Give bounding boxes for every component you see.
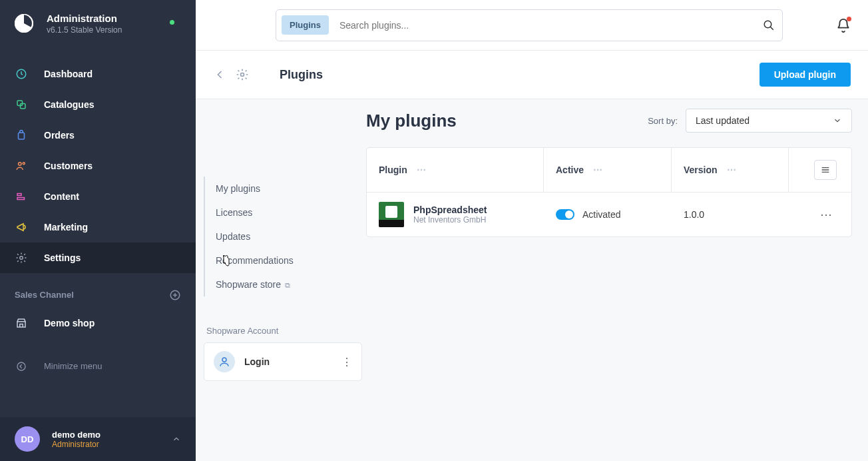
subnav-store-label: Shopware store <box>216 279 281 290</box>
th-active[interactable]: Active⋯ <box>544 148 672 192</box>
upload-plugin-button[interactable]: Upload plugin <box>760 63 851 87</box>
user-menu[interactable]: DD demo demo Administrator <box>0 417 196 461</box>
nav-catalogues[interactable]: Catalogues <box>0 89 196 120</box>
subnav-my-plugins[interactable]: My plugins <box>213 177 366 201</box>
nav-label: Content <box>44 191 79 202</box>
nav-label: Customers <box>44 161 93 171</box>
notification-badge <box>847 17 851 21</box>
customers-icon <box>15 159 28 173</box>
section-title: My plugins <box>366 111 457 131</box>
column-menu-icon[interactable]: ⋯ <box>727 165 736 175</box>
sales-channel-header: Sales Channel <box>0 273 196 308</box>
section-header: My plugins Sort by: Last updated <box>366 109 852 133</box>
sidebar: Administration v6.1.5 Stable Version Das… <box>0 0 196 461</box>
dashboard-icon <box>15 67 28 81</box>
nav-marketing[interactable]: Marketing <box>0 212 196 242</box>
account-section-label: Shopware Account <box>206 326 366 336</box>
brand-version: v6.1.5 Stable Version <box>47 25 122 35</box>
th-label: Version <box>684 165 718 175</box>
subnav-store[interactable]: Shopware store⧉ <box>213 272 366 296</box>
svg-point-6 <box>19 162 22 165</box>
plugin-vendor: Net Inventors GmbH <box>413 215 487 225</box>
catalogues-icon <box>15 98 28 111</box>
svg-rect-5 <box>19 133 25 139</box>
settings-icon <box>15 251 28 264</box>
table-header: Plugin⋯ Active⋯ Version⋯ <box>367 148 851 193</box>
nav-customers[interactable]: Customers <box>0 151 196 181</box>
nav-dashboard[interactable]: Dashboard <box>0 59 196 89</box>
chevron-down-icon <box>833 116 842 125</box>
login-label: Login <box>244 356 270 367</box>
row-actions-button[interactable]: ⋯ <box>820 207 833 222</box>
brand-title: Administration <box>47 12 122 25</box>
td-actions: ⋯ <box>789 198 851 231</box>
add-sales-channel-icon[interactable] <box>169 289 181 301</box>
active-toggle[interactable] <box>556 209 574 220</box>
search-icon[interactable] <box>756 19 782 31</box>
user-name: demo demo <box>52 430 101 440</box>
content-area: My plugins Licenses Updates Recommendati… <box>196 99 868 461</box>
active-status: Activated <box>582 209 621 220</box>
page-title: Plugins <box>280 68 323 82</box>
nav-label: Orders <box>44 130 75 141</box>
th-plugin[interactable]: Plugin⋯ <box>367 148 544 192</box>
td-plugin: NET/INVENTORS PhpSpreadsheet Net Invento… <box>367 193 544 236</box>
topbar: Plugins <box>196 0 868 51</box>
column-menu-icon[interactable]: ⋯ <box>593 165 602 175</box>
minimize-icon <box>15 360 28 373</box>
sales-channel-item[interactable]: Demo shop <box>0 308 196 338</box>
logo-icon <box>15 14 33 33</box>
sidebar-header: Administration v6.1.5 Stable Version <box>0 0 196 47</box>
content-column: My plugins Sort by: Last updated Plugin⋯… <box>366 99 868 461</box>
gear-icon[interactable] <box>236 68 249 81</box>
search-input[interactable] <box>334 20 756 31</box>
nav-label: Dashboard <box>44 69 93 79</box>
nav-label: Marketing <box>44 222 88 232</box>
th-version[interactable]: Version⋯ <box>672 148 789 192</box>
nav-list: Dashboard Catalogues Orders Customers Co… <box>0 59 196 273</box>
thumb-label: NET/INVENTORS <box>379 220 404 227</box>
nav-label: Settings <box>44 252 81 263</box>
avatar: DD <box>15 426 40 452</box>
th-label: Plugin <box>379 165 407 175</box>
nav-content[interactable]: Content <box>0 181 196 212</box>
td-active: Activated <box>544 200 672 229</box>
search-scope-tag[interactable]: Plugins <box>282 15 329 35</box>
marketing-icon <box>15 221 28 234</box>
shop-icon <box>15 316 28 330</box>
th-actions <box>789 148 851 192</box>
sort-label: Sort by: <box>648 116 678 126</box>
plugin-thumbnail: NET/INVENTORS <box>379 202 404 227</box>
nav-settings[interactable]: Settings <box>0 242 196 273</box>
nav-orders[interactable]: Orders <box>0 120 196 151</box>
sales-channel-label: Sales Channel <box>15 290 74 300</box>
search-bar[interactable]: Plugins <box>276 9 783 41</box>
table-row[interactable]: NET/INVENTORS PhpSpreadsheet Net Invento… <box>367 193 851 236</box>
svg-rect-8 <box>17 193 21 195</box>
sales-channel-name: Demo shop <box>44 318 95 328</box>
column-menu-icon[interactable]: ⋯ <box>417 165 426 175</box>
svg-point-10 <box>20 256 23 259</box>
subnav-updates[interactable]: Updates <box>213 225 366 248</box>
sort-select[interactable]: Last updated <box>686 109 852 133</box>
svg-point-16 <box>222 358 226 362</box>
external-link-icon: ⧉ <box>285 281 290 289</box>
td-version: 1.0.0 <box>672 200 789 229</box>
minimize-menu[interactable]: Minimize menu <box>0 350 196 382</box>
th-label: Active <box>556 165 584 175</box>
subnav-recommendations[interactable]: Recommendations <box>213 248 366 272</box>
notifications-button[interactable] <box>836 18 851 33</box>
login-more-icon[interactable]: ⋮ <box>341 356 352 368</box>
nav-label: Catalogues <box>44 99 94 110</box>
sort-control: Sort by: Last updated <box>648 109 852 133</box>
status-indicator <box>170 20 174 25</box>
table-settings-button[interactable] <box>814 160 837 180</box>
content-icon <box>15 190 28 203</box>
back-button[interactable] <box>213 68 226 81</box>
main: Plugins Plugins Upload plugin My plugins… <box>196 0 868 461</box>
chevron-up-icon <box>172 434 181 444</box>
svg-point-7 <box>23 162 25 164</box>
plugin-name: PhpSpreadsheet <box>413 205 487 215</box>
subnav-licenses[interactable]: Licenses <box>213 201 366 225</box>
login-card[interactable]: Login ⋮ <box>204 342 362 381</box>
